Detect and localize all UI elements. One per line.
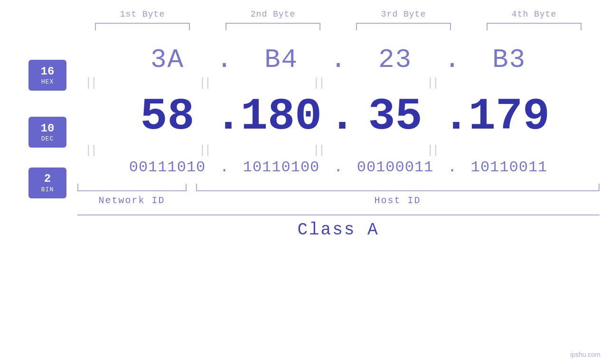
dec-values-row: 58 . 180 . 35 . 179 <box>77 91 600 142</box>
watermark: ipshu.com <box>570 351 601 358</box>
bottom-brackets <box>77 184 600 191</box>
hex-base-number: 16 <box>41 65 55 79</box>
byte1-header: 1st Byte <box>90 9 195 19</box>
bin-row-wrapper: 2 BIN 00111010 . 10110100 . 00100011 . 1… <box>0 159 610 176</box>
class-label: Class A <box>77 220 600 240</box>
data-rows: 16 HEX 3A . B4 . 23 . B3 || || || || <box>0 45 610 179</box>
dec-dot2: . <box>329 94 348 140</box>
bin-dot1: . <box>215 159 234 176</box>
byte3-header: 3rd Byte <box>351 9 456 19</box>
host-id-label: Host ID <box>196 195 600 206</box>
bracket-2 <box>225 23 320 30</box>
hex-row-wrapper: 16 HEX 3A . B4 . 23 . B3 <box>0 45 610 75</box>
hex-values-row: 3A . B4 . 23 . B3 <box>77 45 600 75</box>
bracket-4 <box>487 23 582 30</box>
bottom-labels: Network ID Host ID <box>77 195 600 206</box>
byte2-header: 2nd Byte <box>221 9 325 19</box>
bin-byte4: 10110011 <box>462 159 557 176</box>
bracket-3 <box>356 23 451 30</box>
bottom-section: Network ID Host ID <box>77 184 600 206</box>
bin-dot2: . <box>329 159 348 176</box>
dec-byte3: 35 <box>348 91 443 142</box>
eq-row-2: || || || || <box>0 143 522 158</box>
dec-byte4: 179 <box>462 91 557 142</box>
bin-base-label: BIN <box>41 186 54 193</box>
hex-dot1: . <box>215 45 234 75</box>
main-container: 1st Byte 2nd Byte 3rd Byte 4th Byte 16 H… <box>0 0 610 364</box>
network-bracket <box>77 184 187 191</box>
hex-byte3: 23 <box>348 45 443 75</box>
class-section: Class A <box>77 215 600 240</box>
hex-badge-box: 16 HEX <box>28 60 66 91</box>
bin-values-row: 00111010 . 10110100 . 00100011 . 1011001… <box>77 159 600 176</box>
hex-byte4: B3 <box>462 45 557 75</box>
bin-byte1: 00111010 <box>120 159 215 176</box>
bin-byte2: 10110100 <box>234 159 329 176</box>
bin-byte3: 00100011 <box>348 159 443 176</box>
eq2-2: || <box>157 143 252 158</box>
class-bar <box>77 215 600 215</box>
hex-base-label: HEX <box>41 78 54 85</box>
dec-badge-box: 10 DEC <box>28 117 66 148</box>
dec-base-number: 10 <box>41 122 55 136</box>
byte4-header: 4th Byte <box>482 9 586 19</box>
byte-headers: 1st Byte 2nd Byte 3rd Byte 4th Byte <box>77 9 600 19</box>
eq2-4: || <box>385 143 479 158</box>
dec-byte2: 180 <box>234 91 329 142</box>
bin-dot3: . <box>443 159 462 176</box>
dec-dot1: . <box>215 94 234 140</box>
network-id-label: Network ID <box>77 195 187 206</box>
eq1-4: || <box>385 76 479 90</box>
eq-row-1: || || || || <box>0 76 522 90</box>
dec-dot3: . <box>443 94 462 140</box>
host-bracket <box>196 184 600 191</box>
hex-dot2: . <box>329 45 348 75</box>
eq1-2: || <box>157 76 252 90</box>
eq2-3: || <box>271 143 366 158</box>
hex-dot3: . <box>443 45 462 75</box>
dec-row-wrapper: 10 DEC 58 . 180 . 35 . 179 <box>0 91 610 142</box>
eq1-3: || <box>271 76 366 90</box>
bin-badge-box: 2 BIN <box>28 168 66 198</box>
hex-byte2: B4 <box>234 45 329 75</box>
bin-base-number: 2 <box>44 172 51 186</box>
bracket-1 <box>95 23 190 30</box>
hex-byte1: 3A <box>120 45 215 75</box>
top-brackets <box>77 23 600 30</box>
dec-byte1: 58 <box>120 91 215 142</box>
dec-base-label: DEC <box>41 135 54 142</box>
